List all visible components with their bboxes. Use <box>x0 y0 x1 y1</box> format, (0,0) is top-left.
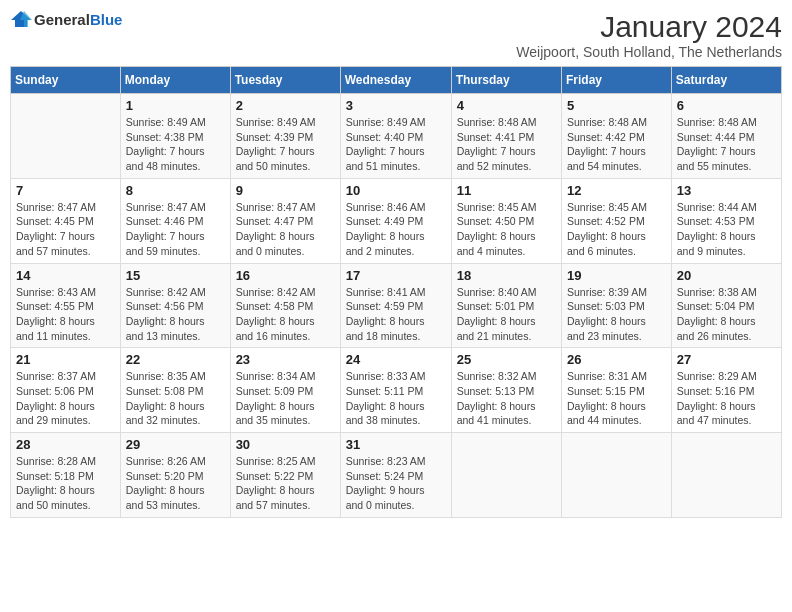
calendar-cell: 3Sunrise: 8:49 AM Sunset: 4:40 PM Daylig… <box>340 94 451 179</box>
calendar-cell: 1Sunrise: 8:49 AM Sunset: 4:38 PM Daylig… <box>120 94 230 179</box>
day-number: 13 <box>677 183 776 198</box>
day-number: 8 <box>126 183 225 198</box>
day-number: 6 <box>677 98 776 113</box>
day-number: 3 <box>346 98 446 113</box>
day-info: Sunrise: 8:48 AM Sunset: 4:41 PM Dayligh… <box>457 115 556 174</box>
day-number: 30 <box>236 437 335 452</box>
month-title: January 2024 <box>516 10 782 44</box>
day-number: 15 <box>126 268 225 283</box>
calendar-cell: 23Sunrise: 8:34 AM Sunset: 5:09 PM Dayli… <box>230 348 340 433</box>
calendar-cell <box>562 433 672 518</box>
calendar-cell <box>11 94 121 179</box>
day-number: 21 <box>16 352 115 367</box>
calendar-body: 1Sunrise: 8:49 AM Sunset: 4:38 PM Daylig… <box>11 94 782 518</box>
calendar-cell: 9Sunrise: 8:47 AM Sunset: 4:47 PM Daylig… <box>230 178 340 263</box>
column-header-tuesday: Tuesday <box>230 67 340 94</box>
day-info: Sunrise: 8:39 AM Sunset: 5:03 PM Dayligh… <box>567 285 666 344</box>
column-header-sunday: Sunday <box>11 67 121 94</box>
day-info: Sunrise: 8:49 AM Sunset: 4:40 PM Dayligh… <box>346 115 446 174</box>
day-info: Sunrise: 8:33 AM Sunset: 5:11 PM Dayligh… <box>346 369 446 428</box>
calendar-header: SundayMondayTuesdayWednesdayThursdayFrid… <box>11 67 782 94</box>
day-number: 18 <box>457 268 556 283</box>
day-info: Sunrise: 8:43 AM Sunset: 4:55 PM Dayligh… <box>16 285 115 344</box>
calendar-cell <box>671 433 781 518</box>
header-row: SundayMondayTuesdayWednesdayThursdayFrid… <box>11 67 782 94</box>
calendar-cell: 15Sunrise: 8:42 AM Sunset: 4:56 PM Dayli… <box>120 263 230 348</box>
calendar-cell: 31Sunrise: 8:23 AM Sunset: 5:24 PM Dayli… <box>340 433 451 518</box>
logo-text-general: General <box>34 11 90 28</box>
day-info: Sunrise: 8:25 AM Sunset: 5:22 PM Dayligh… <box>236 454 335 513</box>
day-info: Sunrise: 8:35 AM Sunset: 5:08 PM Dayligh… <box>126 369 225 428</box>
day-info: Sunrise: 8:44 AM Sunset: 4:53 PM Dayligh… <box>677 200 776 259</box>
day-number: 12 <box>567 183 666 198</box>
day-info: Sunrise: 8:31 AM Sunset: 5:15 PM Dayligh… <box>567 369 666 428</box>
calendar-cell: 24Sunrise: 8:33 AM Sunset: 5:11 PM Dayli… <box>340 348 451 433</box>
week-row-3: 14Sunrise: 8:43 AM Sunset: 4:55 PM Dayli… <box>11 263 782 348</box>
day-info: Sunrise: 8:49 AM Sunset: 4:39 PM Dayligh… <box>236 115 335 174</box>
day-number: 16 <box>236 268 335 283</box>
column-header-thursday: Thursday <box>451 67 561 94</box>
week-row-1: 1Sunrise: 8:49 AM Sunset: 4:38 PM Daylig… <box>11 94 782 179</box>
calendar-cell: 7Sunrise: 8:47 AM Sunset: 4:45 PM Daylig… <box>11 178 121 263</box>
calendar-cell: 19Sunrise: 8:39 AM Sunset: 5:03 PM Dayli… <box>562 263 672 348</box>
day-number: 1 <box>126 98 225 113</box>
day-info: Sunrise: 8:34 AM Sunset: 5:09 PM Dayligh… <box>236 369 335 428</box>
day-info: Sunrise: 8:49 AM Sunset: 4:38 PM Dayligh… <box>126 115 225 174</box>
day-info: Sunrise: 8:47 AM Sunset: 4:46 PM Dayligh… <box>126 200 225 259</box>
logo-text-blue: Blue <box>90 11 123 28</box>
day-number: 14 <box>16 268 115 283</box>
calendar-cell: 8Sunrise: 8:47 AM Sunset: 4:46 PM Daylig… <box>120 178 230 263</box>
day-number: 24 <box>346 352 446 367</box>
week-row-2: 7Sunrise: 8:47 AM Sunset: 4:45 PM Daylig… <box>11 178 782 263</box>
day-info: Sunrise: 8:29 AM Sunset: 5:16 PM Dayligh… <box>677 369 776 428</box>
header: General Blue January 2024 Weijpoort, Sou… <box>10 10 782 60</box>
day-info: Sunrise: 8:48 AM Sunset: 4:42 PM Dayligh… <box>567 115 666 174</box>
calendar-cell: 20Sunrise: 8:38 AM Sunset: 5:04 PM Dayli… <box>671 263 781 348</box>
column-header-saturday: Saturday <box>671 67 781 94</box>
day-number: 25 <box>457 352 556 367</box>
day-number: 22 <box>126 352 225 367</box>
calendar-cell: 17Sunrise: 8:41 AM Sunset: 4:59 PM Dayli… <box>340 263 451 348</box>
day-number: 17 <box>346 268 446 283</box>
calendar-cell: 27Sunrise: 8:29 AM Sunset: 5:16 PM Dayli… <box>671 348 781 433</box>
day-info: Sunrise: 8:23 AM Sunset: 5:24 PM Dayligh… <box>346 454 446 513</box>
calendar-cell: 5Sunrise: 8:48 AM Sunset: 4:42 PM Daylig… <box>562 94 672 179</box>
calendar-cell: 22Sunrise: 8:35 AM Sunset: 5:08 PM Dayli… <box>120 348 230 433</box>
day-number: 23 <box>236 352 335 367</box>
day-number: 27 <box>677 352 776 367</box>
calendar-cell: 14Sunrise: 8:43 AM Sunset: 4:55 PM Dayli… <box>11 263 121 348</box>
calendar-cell <box>451 433 561 518</box>
column-header-wednesday: Wednesday <box>340 67 451 94</box>
calendar-cell: 26Sunrise: 8:31 AM Sunset: 5:15 PM Dayli… <box>562 348 672 433</box>
calendar-cell: 13Sunrise: 8:44 AM Sunset: 4:53 PM Dayli… <box>671 178 781 263</box>
calendar-cell: 6Sunrise: 8:48 AM Sunset: 4:44 PM Daylig… <box>671 94 781 179</box>
calendar-cell: 25Sunrise: 8:32 AM Sunset: 5:13 PM Dayli… <box>451 348 561 433</box>
column-header-friday: Friday <box>562 67 672 94</box>
day-number: 19 <box>567 268 666 283</box>
title-area: January 2024 Weijpoort, South Holland, T… <box>516 10 782 60</box>
calendar-cell: 29Sunrise: 8:26 AM Sunset: 5:20 PM Dayli… <box>120 433 230 518</box>
calendar-cell: 30Sunrise: 8:25 AM Sunset: 5:22 PM Dayli… <box>230 433 340 518</box>
day-number: 10 <box>346 183 446 198</box>
day-info: Sunrise: 8:37 AM Sunset: 5:06 PM Dayligh… <box>16 369 115 428</box>
calendar-cell: 12Sunrise: 8:45 AM Sunset: 4:52 PM Dayli… <box>562 178 672 263</box>
calendar-cell: 28Sunrise: 8:28 AM Sunset: 5:18 PM Dayli… <box>11 433 121 518</box>
day-info: Sunrise: 8:41 AM Sunset: 4:59 PM Dayligh… <box>346 285 446 344</box>
day-number: 4 <box>457 98 556 113</box>
day-number: 31 <box>346 437 446 452</box>
day-number: 28 <box>16 437 115 452</box>
day-info: Sunrise: 8:48 AM Sunset: 4:44 PM Dayligh… <box>677 115 776 174</box>
day-info: Sunrise: 8:46 AM Sunset: 4:49 PM Dayligh… <box>346 200 446 259</box>
day-info: Sunrise: 8:42 AM Sunset: 4:58 PM Dayligh… <box>236 285 335 344</box>
day-info: Sunrise: 8:40 AM Sunset: 5:01 PM Dayligh… <box>457 285 556 344</box>
day-number: 9 <box>236 183 335 198</box>
day-number: 29 <box>126 437 225 452</box>
logo: General Blue <box>10 10 122 28</box>
location-subtitle: Weijpoort, South Holland, The Netherland… <box>516 44 782 60</box>
day-number: 7 <box>16 183 115 198</box>
day-info: Sunrise: 8:32 AM Sunset: 5:13 PM Dayligh… <box>457 369 556 428</box>
day-info: Sunrise: 8:45 AM Sunset: 4:52 PM Dayligh… <box>567 200 666 259</box>
calendar-cell: 21Sunrise: 8:37 AM Sunset: 5:06 PM Dayli… <box>11 348 121 433</box>
calendar-cell: 18Sunrise: 8:40 AM Sunset: 5:01 PM Dayli… <box>451 263 561 348</box>
day-info: Sunrise: 8:47 AM Sunset: 4:47 PM Dayligh… <box>236 200 335 259</box>
